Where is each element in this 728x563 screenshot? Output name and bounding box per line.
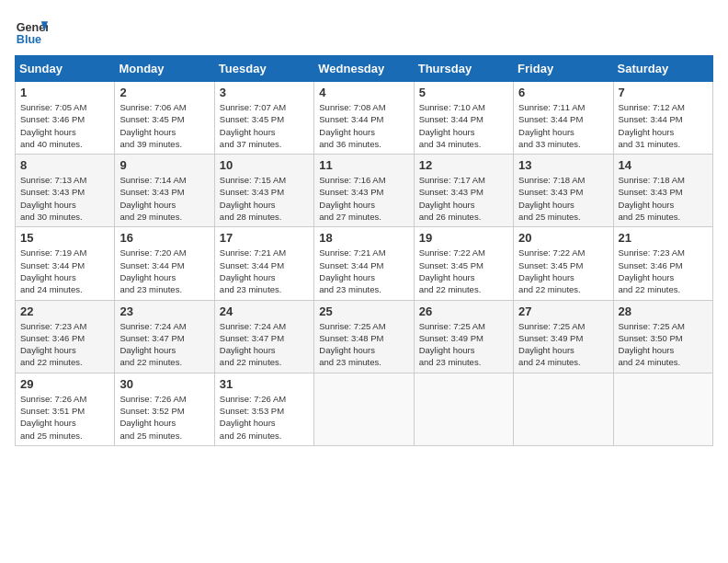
- day-number: 20: [518, 231, 608, 245]
- calendar-cell: 17 Sunrise: 7:21 AMSunset: 3:44 PMDaylig…: [214, 227, 313, 300]
- cell-text: Sunrise: 7:08 AMSunset: 3:44 PMDaylight …: [319, 102, 385, 149]
- cell-text: Sunrise: 7:23 AMSunset: 3:46 PMDaylight …: [20, 321, 86, 368]
- calendar-cell: 30 Sunrise: 7:26 AMSunset: 3:52 PMDaylig…: [115, 373, 214, 445]
- day-number: 21: [619, 231, 708, 245]
- calendar-cell: 23 Sunrise: 7:24 AMSunset: 3:47 PMDaylig…: [115, 300, 214, 373]
- calendar-cell: 13 Sunrise: 7:18 AMSunset: 3:43 PMDaylig…: [514, 155, 613, 227]
- weekday-header-sunday: Sunday: [16, 56, 115, 82]
- calendar-cell: 9 Sunrise: 7:14 AMSunset: 3:43 PMDayligh…: [115, 155, 214, 227]
- page-header: General Blue: [15, 15, 713, 48]
- cell-text: Sunrise: 7:12 AMSunset: 3:44 PMDaylight …: [619, 102, 685, 149]
- day-number: 12: [419, 158, 508, 172]
- weekday-header-thursday: Thursday: [414, 56, 513, 82]
- cell-text: Sunrise: 7:14 AMSunset: 3:43 PMDaylight …: [119, 175, 186, 222]
- cell-text: Sunrise: 7:20 AMSunset: 3:44 PMDaylight …: [119, 247, 186, 294]
- calendar-cell: [314, 373, 414, 445]
- day-number: 28: [619, 304, 708, 318]
- weekday-header-friday: Friday: [514, 56, 613, 82]
- calendar-cell: 12 Sunrise: 7:17 AMSunset: 3:43 PMDaylig…: [414, 155, 513, 227]
- calendar-week-4: 22 Sunrise: 7:23 AMSunset: 3:46 PMDaylig…: [16, 300, 713, 373]
- cell-text: Sunrise: 7:21 AMSunset: 3:44 PMDaylight …: [220, 247, 286, 294]
- day-number: 24: [220, 304, 309, 318]
- calendar-cell: 15 Sunrise: 7:19 AMSunset: 3:44 PMDaylig…: [16, 227, 115, 300]
- day-number: 15: [20, 231, 109, 245]
- day-number: 27: [518, 304, 608, 318]
- day-number: 25: [319, 304, 408, 318]
- day-number: 29: [20, 377, 109, 391]
- calendar-cell: [514, 373, 613, 445]
- cell-text: Sunrise: 7:18 AMSunset: 3:43 PMDaylight …: [518, 175, 585, 222]
- day-number: 10: [220, 158, 309, 172]
- day-number: 16: [119, 231, 209, 245]
- day-number: 9: [119, 158, 209, 172]
- day-number: 6: [518, 86, 608, 99]
- cell-text: Sunrise: 7:25 AMSunset: 3:49 PMDaylight …: [419, 321, 485, 368]
- day-number: 4: [319, 86, 408, 99]
- cell-text: Sunrise: 7:06 AMSunset: 3:45 PMDaylight …: [119, 102, 186, 149]
- weekday-header-wednesday: Wednesday: [314, 56, 414, 82]
- calendar-cell: 18 Sunrise: 7:21 AMSunset: 3:44 PMDaylig…: [314, 227, 414, 300]
- calendar-cell: 5 Sunrise: 7:10 AMSunset: 3:44 PMDayligh…: [414, 82, 513, 155]
- calendar-cell: 25 Sunrise: 7:25 AMSunset: 3:48 PMDaylig…: [314, 300, 414, 373]
- cell-text: Sunrise: 7:26 AMSunset: 3:52 PMDaylight …: [119, 394, 186, 441]
- day-number: 1: [20, 86, 109, 99]
- calendar-cell: 27 Sunrise: 7:25 AMSunset: 3:49 PMDaylig…: [514, 300, 613, 373]
- day-number: 14: [619, 158, 708, 172]
- day-number: 2: [119, 86, 209, 99]
- calendar-cell: 6 Sunrise: 7:11 AMSunset: 3:44 PMDayligh…: [514, 82, 613, 155]
- cell-text: Sunrise: 7:15 AMSunset: 3:43 PMDaylight …: [220, 175, 286, 222]
- calendar-cell: 3 Sunrise: 7:07 AMSunset: 3:45 PMDayligh…: [214, 82, 313, 155]
- calendar-cell: 31 Sunrise: 7:26 AMSunset: 3:53 PMDaylig…: [214, 373, 313, 445]
- cell-text: Sunrise: 7:13 AMSunset: 3:43 PMDaylight …: [20, 175, 86, 222]
- calendar-cell: 14 Sunrise: 7:18 AMSunset: 3:43 PMDaylig…: [613, 155, 712, 227]
- cell-text: Sunrise: 7:05 AMSunset: 3:46 PMDaylight …: [20, 102, 86, 149]
- cell-text: Sunrise: 7:18 AMSunset: 3:43 PMDaylight …: [619, 175, 685, 222]
- calendar-cell: 19 Sunrise: 7:22 AMSunset: 3:45 PMDaylig…: [414, 227, 513, 300]
- day-number: 3: [220, 86, 309, 99]
- calendar-cell: [414, 373, 513, 445]
- day-number: 11: [319, 158, 408, 172]
- calendar-cell: 22 Sunrise: 7:23 AMSunset: 3:46 PMDaylig…: [16, 300, 115, 373]
- day-number: 17: [220, 231, 309, 245]
- day-number: 8: [20, 158, 109, 172]
- cell-text: Sunrise: 7:26 AMSunset: 3:53 PMDaylight …: [220, 394, 286, 441]
- cell-text: Sunrise: 7:10 AMSunset: 3:44 PMDaylight …: [419, 102, 485, 149]
- calendar-cell: 26 Sunrise: 7:25 AMSunset: 3:49 PMDaylig…: [414, 300, 513, 373]
- calendar-cell: [613, 373, 712, 445]
- weekday-header-monday: Monday: [115, 56, 214, 82]
- cell-text: Sunrise: 7:24 AMSunset: 3:47 PMDaylight …: [220, 321, 286, 368]
- cell-text: Sunrise: 7:25 AMSunset: 3:49 PMDaylight …: [518, 321, 585, 368]
- calendar-cell: 29 Sunrise: 7:26 AMSunset: 3:51 PMDaylig…: [16, 373, 115, 445]
- day-number: 23: [119, 304, 209, 318]
- cell-text: Sunrise: 7:19 AMSunset: 3:44 PMDaylight …: [20, 247, 86, 294]
- weekday-header-tuesday: Tuesday: [214, 56, 313, 82]
- cell-text: Sunrise: 7:24 AMSunset: 3:47 PMDaylight …: [119, 321, 186, 368]
- logo: General Blue: [15, 15, 48, 48]
- calendar-week-3: 15 Sunrise: 7:19 AMSunset: 3:44 PMDaylig…: [16, 227, 713, 300]
- logo-icon: General Blue: [15, 15, 48, 48]
- cell-text: Sunrise: 7:22 AMSunset: 3:45 PMDaylight …: [518, 247, 585, 294]
- calendar-cell: 24 Sunrise: 7:24 AMSunset: 3:47 PMDaylig…: [214, 300, 313, 373]
- day-number: 26: [419, 304, 508, 318]
- cell-text: Sunrise: 7:16 AMSunset: 3:43 PMDaylight …: [319, 175, 385, 222]
- calendar-cell: 10 Sunrise: 7:15 AMSunset: 3:43 PMDaylig…: [214, 155, 313, 227]
- svg-text:Blue: Blue: [17, 33, 41, 46]
- cell-text: Sunrise: 7:21 AMSunset: 3:44 PMDaylight …: [319, 247, 385, 294]
- cell-text: Sunrise: 7:07 AMSunset: 3:45 PMDaylight …: [220, 102, 286, 149]
- day-number: 31: [220, 377, 309, 391]
- cell-text: Sunrise: 7:23 AMSunset: 3:46 PMDaylight …: [619, 247, 685, 294]
- day-number: 18: [319, 231, 408, 245]
- calendar-cell: 21 Sunrise: 7:23 AMSunset: 3:46 PMDaylig…: [613, 227, 712, 300]
- day-number: 13: [518, 158, 608, 172]
- calendar-cell: 20 Sunrise: 7:22 AMSunset: 3:45 PMDaylig…: [514, 227, 613, 300]
- cell-text: Sunrise: 7:26 AMSunset: 3:51 PMDaylight …: [20, 394, 86, 441]
- cell-text: Sunrise: 7:11 AMSunset: 3:44 PMDaylight …: [518, 102, 585, 149]
- calendar-cell: 16 Sunrise: 7:20 AMSunset: 3:44 PMDaylig…: [115, 227, 214, 300]
- day-number: 19: [419, 231, 508, 245]
- calendar-cell: 7 Sunrise: 7:12 AMSunset: 3:44 PMDayligh…: [613, 82, 712, 155]
- calendar-table: SundayMondayTuesdayWednesdayThursdayFrid…: [15, 55, 713, 446]
- weekday-header-saturday: Saturday: [613, 56, 712, 82]
- calendar-cell: 1 Sunrise: 7:05 AMSunset: 3:46 PMDayligh…: [16, 82, 115, 155]
- calendar-week-1: 1 Sunrise: 7:05 AMSunset: 3:46 PMDayligh…: [16, 82, 713, 155]
- calendar-week-2: 8 Sunrise: 7:13 AMSunset: 3:43 PMDayligh…: [16, 155, 713, 227]
